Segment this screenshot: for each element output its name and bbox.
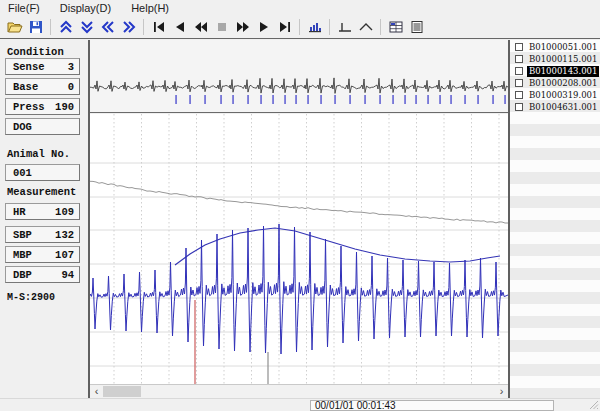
menu-bar: File(F) Display(D) Help(H) bbox=[0, 0, 600, 16]
toolbar bbox=[0, 16, 600, 39]
scroll-left-button[interactable]: ‹ bbox=[90, 385, 103, 398]
field-label: 001 bbox=[13, 167, 32, 179]
field-label: MBP bbox=[13, 249, 32, 261]
scroll-right-button[interactable]: › bbox=[495, 385, 508, 398]
toolbar-separator bbox=[299, 19, 300, 35]
file-list-item[interactable]: B01000208.001 bbox=[510, 77, 600, 89]
go-end-button[interactable] bbox=[274, 17, 295, 37]
horizontal-scrollbar[interactable]: ‹ › bbox=[90, 384, 508, 398]
field-label: DBP bbox=[13, 269, 32, 281]
resize-grip[interactable] bbox=[589, 400, 599, 410]
toolbar-separator bbox=[329, 19, 330, 35]
field-label: SBP bbox=[13, 229, 32, 241]
field-label: DOG bbox=[13, 121, 32, 133]
field-value: 190 bbox=[55, 101, 74, 113]
rewind-button[interactable] bbox=[190, 17, 211, 37]
toolbar-separator bbox=[143, 19, 144, 35]
timestamp-field: 00/01/01 00:01:43 bbox=[310, 400, 554, 411]
pressure-chart-panel bbox=[90, 114, 508, 384]
field-label: HR bbox=[13, 206, 26, 218]
app-window: File(F) Display(D) Help(H) bbox=[0, 0, 600, 411]
step-back-button[interactable] bbox=[169, 17, 190, 37]
field-mbp[interactable]: MBP 107 bbox=[5, 246, 80, 263]
fast-forward-button[interactable] bbox=[118, 17, 139, 37]
histogram-button[interactable] bbox=[304, 17, 325, 37]
file-name: B01000143.001 bbox=[527, 66, 599, 77]
toolbar-separator bbox=[50, 19, 51, 35]
fast-play-button[interactable] bbox=[232, 17, 253, 37]
baseline-tool-button[interactable] bbox=[334, 17, 355, 37]
menu-help[interactable]: Help(H) bbox=[121, 2, 179, 14]
field-press[interactable]: Press 190 bbox=[5, 98, 80, 115]
pressure-chart bbox=[90, 114, 508, 384]
ecg-strip-chart bbox=[90, 40, 508, 113]
field-value: 3 bbox=[68, 61, 74, 73]
file-checkbox[interactable] bbox=[515, 43, 523, 51]
open-file-button[interactable] bbox=[4, 17, 25, 37]
file-checkbox[interactable] bbox=[515, 91, 523, 99]
page-up-button[interactable] bbox=[55, 17, 76, 37]
table-grid-icon bbox=[388, 19, 404, 35]
field-sense[interactable]: Sense 3 bbox=[5, 58, 80, 75]
text-lines-icon bbox=[409, 19, 425, 35]
fast-forward-play-icon bbox=[235, 19, 251, 35]
file-list-item[interactable]: B01000115.001 bbox=[510, 53, 600, 65]
file-list-item[interactable]: B01000143.001 bbox=[510, 65, 600, 77]
scrollbar-thumb[interactable] bbox=[103, 386, 141, 397]
field-animal-no[interactable]: 001 bbox=[5, 164, 80, 181]
file-checkbox[interactable] bbox=[515, 79, 523, 87]
main-body: Condition Sense 3 Base 0 Press 190 DOG A… bbox=[0, 40, 600, 398]
file-name: B01000319.001 bbox=[527, 90, 599, 101]
histogram-icon bbox=[307, 19, 323, 35]
field-hr[interactable]: HR 109 bbox=[5, 203, 80, 220]
play-button[interactable] bbox=[253, 17, 274, 37]
save-icon bbox=[28, 19, 44, 35]
field-dbp[interactable]: DBP 94 bbox=[5, 266, 80, 283]
field-value: 94 bbox=[61, 269, 74, 281]
field-label: Press bbox=[13, 101, 45, 113]
double-chevron-right-icon bbox=[121, 19, 137, 35]
menu-display[interactable]: Display(D) bbox=[50, 2, 121, 14]
play-icon bbox=[256, 19, 272, 35]
field-label: Base bbox=[13, 81, 38, 93]
field-sbp[interactable]: SBP 132 bbox=[5, 226, 80, 243]
peak-tool-button[interactable] bbox=[355, 17, 376, 37]
baseline-marker-icon bbox=[337, 19, 353, 35]
file-list: B01000051.001 B01000115.001 B01000143.00… bbox=[510, 40, 600, 398]
fast-backward-button[interactable] bbox=[97, 17, 118, 37]
file-name: B01000051.001 bbox=[527, 42, 599, 53]
peak-marker-icon bbox=[358, 19, 374, 35]
field-dog[interactable]: DOG bbox=[5, 118, 80, 135]
file-checkbox[interactable] bbox=[515, 103, 523, 111]
file-list-item[interactable]: B01004631.001 bbox=[510, 101, 600, 113]
play-backward-icon bbox=[172, 19, 188, 35]
ecg-strip-panel bbox=[90, 40, 508, 113]
stop-button[interactable] bbox=[211, 17, 232, 37]
rewind-icon bbox=[193, 19, 209, 35]
skip-to-start-icon bbox=[151, 19, 167, 35]
toolbar-separator bbox=[380, 19, 381, 35]
skip-to-end-icon bbox=[277, 19, 293, 35]
save-button[interactable] bbox=[25, 17, 46, 37]
page-down-button[interactable] bbox=[76, 17, 97, 37]
measurement-title: Measurement bbox=[7, 186, 76, 198]
file-list-item[interactable]: B01000051.001 bbox=[510, 41, 600, 53]
field-value: 132 bbox=[55, 229, 74, 241]
field-base[interactable]: Base 0 bbox=[5, 78, 80, 95]
animal-no-title: Animal No. bbox=[7, 148, 70, 160]
grid-view-button[interactable] bbox=[385, 17, 406, 37]
file-name: B01000115.001 bbox=[527, 54, 599, 65]
file-checkbox[interactable] bbox=[515, 67, 523, 75]
file-checkbox[interactable] bbox=[515, 55, 523, 63]
condition-title: Condition bbox=[7, 46, 64, 58]
file-list-item[interactable]: B01000319.001 bbox=[510, 89, 600, 101]
menu-file[interactable]: File(F) bbox=[0, 2, 50, 14]
sidebar: Condition Sense 3 Base 0 Press 190 DOG A… bbox=[0, 40, 88, 398]
go-start-button[interactable] bbox=[148, 17, 169, 37]
open-folder-icon bbox=[7, 19, 23, 35]
file-name: B01004631.001 bbox=[527, 102, 599, 113]
double-chevron-up-icon bbox=[58, 19, 74, 35]
list-view-button[interactable] bbox=[406, 17, 427, 37]
ms-readout: M-S:2900 bbox=[7, 292, 55, 303]
double-chevron-down-icon bbox=[79, 19, 95, 35]
